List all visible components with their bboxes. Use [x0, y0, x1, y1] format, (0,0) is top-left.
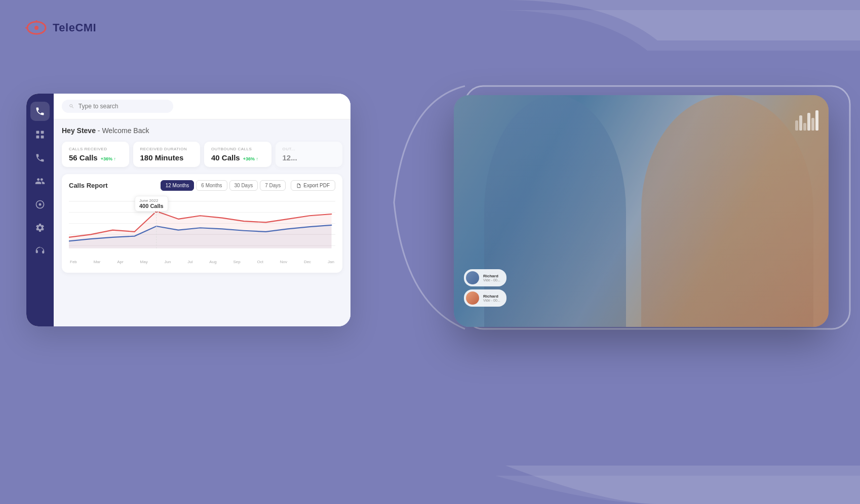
svg-rect-6	[41, 131, 44, 134]
stat-card-duration: RECEIVED DURATION 180 Minutes	[133, 142, 201, 167]
dashboard-body: Hey Steve - Welcome Back CALLS RECEIVED …	[54, 119, 350, 326]
telecmi-logo-icon	[25, 20, 48, 35]
svg-rect-7	[36, 136, 40, 139]
chart-x-labels: Feb Mar Apr May Jun Jul Aug Sep Oct Nov …	[69, 260, 335, 264]
stat-value-duration: 180 Minutes	[140, 153, 193, 162]
filter-6months[interactable]: 6 Months	[196, 180, 227, 191]
chart-filters: 12 Months 6 Months 30 Days 7 Days Export…	[161, 180, 335, 191]
x-label-feb: Feb	[70, 260, 77, 264]
x-label-may: May	[140, 260, 148, 264]
avatar-row-1: Richard Vide - 00...	[464, 269, 506, 286]
chart-title: Calls Report	[69, 182, 108, 189]
chart-header: Calls Report 12 Months 6 Months 30 Days …	[69, 180, 335, 191]
filter-7days[interactable]: 7 Days	[260, 180, 286, 191]
sidebar-item-settings[interactable]	[30, 218, 50, 237]
x-label-dec: Dec	[304, 260, 311, 264]
stat-badge-received: +36% ↑	[101, 156, 116, 161]
greeting-message: Welcome Back	[102, 127, 149, 135]
chart-section: Calls Report 12 Months 6 Months 30 Days …	[62, 174, 342, 273]
stat-value-out2: 12...	[283, 153, 336, 162]
stat-card-received: CALLS RECEIVED 56 Calls +36% ↑	[62, 142, 129, 167]
sidebar-item-calls[interactable]	[30, 148, 50, 167]
avatar-1	[466, 271, 479, 284]
x-label-apr: Apr	[117, 260, 123, 264]
x-label-nov: Nov	[280, 260, 287, 264]
search-icon	[69, 103, 74, 109]
stats-row: CALLS RECEIVED 56 Calls +36% ↑ RECEIVED …	[62, 142, 342, 167]
svg-point-9	[39, 203, 42, 206]
chat-list: Richard Vide - 00... Richard Vide - 00..…	[464, 269, 506, 307]
filter-12months[interactable]: 12 Months	[161, 180, 194, 191]
stat-card-out2: OUT... 12...	[276, 142, 343, 167]
avatar-status-2: Vide - 00...	[483, 299, 500, 302]
export-icon	[296, 183, 301, 188]
avatar-info-1: Richard Vide - 00...	[483, 274, 500, 282]
main-content: Hey Steve - Welcome Back CALLS RECEIVED …	[54, 94, 350, 326]
dashboard-card: Hey Steve - Welcome Back CALLS RECEIVED …	[26, 94, 350, 326]
avatar-2	[466, 291, 479, 305]
chart-svg	[69, 196, 335, 257]
sidebar-item-dashboard[interactable]	[30, 125, 50, 144]
logo-area: TeleCMI	[25, 20, 96, 35]
topbar	[54, 94, 350, 119]
tooltip-date: June 2022	[139, 198, 164, 203]
stat-label-received: CALLS RECEIVED	[69, 147, 122, 151]
search-input[interactable]	[79, 103, 166, 110]
logo-text: TeleCMI	[53, 21, 96, 34]
filter-30days[interactable]: 30 Days	[229, 180, 258, 191]
sidebar-item-integrations[interactable]	[30, 195, 50, 214]
x-label-sep: Sep	[233, 260, 240, 264]
sidebar-item-phone[interactable]	[30, 102, 50, 121]
tooltip-value: 400 Calls	[139, 203, 164, 209]
svg-point-2	[34, 26, 38, 30]
avatar-name-2: Richard	[483, 294, 500, 299]
stat-label-out2: OUT...	[283, 147, 336, 151]
svg-rect-8	[41, 136, 44, 139]
avatar-status-1: Vide - 00...	[483, 278, 500, 282]
chart-container: June 2022 400 Calls	[69, 196, 335, 267]
chart-tooltip: June 2022 400 Calls	[135, 196, 168, 212]
avatar-row-2: Richard Vide - 00...	[464, 289, 506, 307]
avatar-name-1: Richard	[483, 274, 500, 278]
x-label-oct: Oct	[257, 260, 263, 264]
stat-value-outbound: 40 Calls	[211, 153, 240, 162]
stat-card-outbound: OUTBOUND CALLS 40 Calls +36% ↑	[204, 142, 271, 167]
mini-bar-chart	[795, 110, 818, 131]
x-label-mar: Mar	[94, 260, 101, 264]
search-box[interactable]	[62, 100, 173, 113]
photo-overlay	[454, 95, 829, 327]
photo-bg: Richard Vide - 00... Richard Vide - 00..…	[454, 95, 829, 327]
sidebar	[26, 94, 54, 326]
avatar-info-2: Richard Vide - 00...	[483, 294, 500, 302]
export-label: Export PDF	[303, 183, 330, 188]
stat-value-received: 56 Calls	[69, 153, 98, 162]
x-label-jun: Jun	[165, 260, 171, 264]
sidebar-item-contacts[interactable]	[30, 172, 50, 191]
x-label-jul: Jul	[187, 260, 192, 264]
export-pdf-button[interactable]: Export PDF	[291, 180, 335, 191]
greeting: Hey Steve - Welcome Back	[62, 127, 342, 135]
photo-frame: Richard Vide - 00... Richard Vide - 00..…	[454, 95, 829, 327]
stat-label-duration: RECEIVED DURATION	[140, 147, 193, 151]
sidebar-item-support[interactable]	[30, 241, 50, 261]
svg-rect-5	[36, 131, 40, 134]
greeting-name: Hey Steve	[62, 127, 96, 135]
x-label-jan: Jan	[328, 260, 334, 264]
stat-label-outbound: OUTBOUND CALLS	[211, 147, 264, 151]
stat-badge-outbound: +36% ↑	[243, 156, 258, 161]
x-label-aug: Aug	[209, 260, 216, 264]
